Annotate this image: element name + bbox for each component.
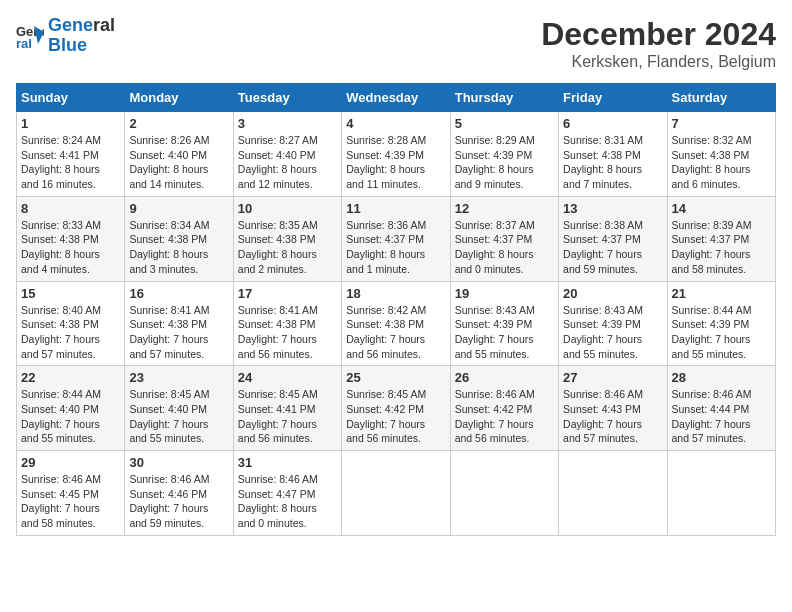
calendar-cell: 2Sunrise: 8:26 AM Sunset: 4:40 PM Daylig…	[125, 112, 233, 197]
calendar-header-row: SundayMondayTuesdayWednesdayThursdayFrid…	[17, 84, 776, 112]
calendar-cell: 25Sunrise: 8:45 AM Sunset: 4:42 PM Dayli…	[342, 366, 450, 451]
day-number: 11	[346, 201, 445, 216]
column-header-monday: Monday	[125, 84, 233, 112]
calendar-cell: 26Sunrise: 8:46 AM Sunset: 4:42 PM Dayli…	[450, 366, 558, 451]
logo: Gene ral GeneralBlue	[16, 16, 115, 56]
day-number: 23	[129, 370, 228, 385]
calendar-cell: 28Sunrise: 8:46 AM Sunset: 4:44 PM Dayli…	[667, 366, 775, 451]
day-info: Sunrise: 8:46 AM Sunset: 4:44 PM Dayligh…	[672, 387, 771, 446]
column-header-wednesday: Wednesday	[342, 84, 450, 112]
day-info: Sunrise: 8:46 AM Sunset: 4:43 PM Dayligh…	[563, 387, 662, 446]
day-info: Sunrise: 8:40 AM Sunset: 4:38 PM Dayligh…	[21, 303, 120, 362]
day-info: Sunrise: 8:33 AM Sunset: 4:38 PM Dayligh…	[21, 218, 120, 277]
day-number: 5	[455, 116, 554, 131]
day-info: Sunrise: 8:35 AM Sunset: 4:38 PM Dayligh…	[238, 218, 337, 277]
page-header: Gene ral GeneralBlue December 2024 Kerks…	[16, 16, 776, 71]
day-number: 26	[455, 370, 554, 385]
calendar-cell: 10Sunrise: 8:35 AM Sunset: 4:38 PM Dayli…	[233, 196, 341, 281]
calendar-week-row: 29Sunrise: 8:46 AM Sunset: 4:45 PM Dayli…	[17, 451, 776, 536]
day-number: 20	[563, 286, 662, 301]
day-number: 2	[129, 116, 228, 131]
svg-text:ral: ral	[16, 36, 32, 50]
day-number: 19	[455, 286, 554, 301]
day-number: 3	[238, 116, 337, 131]
page-subtitle: Kerksken, Flanders, Belgium	[541, 53, 776, 71]
day-number: 29	[21, 455, 120, 470]
calendar-cell: 5Sunrise: 8:29 AM Sunset: 4:39 PM Daylig…	[450, 112, 558, 197]
day-number: 10	[238, 201, 337, 216]
calendar-cell: 20Sunrise: 8:43 AM Sunset: 4:39 PM Dayli…	[559, 281, 667, 366]
calendar-cell: 8Sunrise: 8:33 AM Sunset: 4:38 PM Daylig…	[17, 196, 125, 281]
calendar-cell	[450, 451, 558, 536]
calendar-cell: 6Sunrise: 8:31 AM Sunset: 4:38 PM Daylig…	[559, 112, 667, 197]
calendar-table: SundayMondayTuesdayWednesdayThursdayFrid…	[16, 83, 776, 536]
logo-text: GeneralBlue	[48, 16, 115, 56]
column-header-tuesday: Tuesday	[233, 84, 341, 112]
day-number: 12	[455, 201, 554, 216]
calendar-cell: 30Sunrise: 8:46 AM Sunset: 4:46 PM Dayli…	[125, 451, 233, 536]
day-number: 27	[563, 370, 662, 385]
day-number: 15	[21, 286, 120, 301]
title-block: December 2024 Kerksken, Flanders, Belgiu…	[541, 16, 776, 71]
day-info: Sunrise: 8:45 AM Sunset: 4:42 PM Dayligh…	[346, 387, 445, 446]
calendar-cell: 31Sunrise: 8:46 AM Sunset: 4:47 PM Dayli…	[233, 451, 341, 536]
day-number: 21	[672, 286, 771, 301]
calendar-cell: 18Sunrise: 8:42 AM Sunset: 4:38 PM Dayli…	[342, 281, 450, 366]
calendar-cell: 23Sunrise: 8:45 AM Sunset: 4:40 PM Dayli…	[125, 366, 233, 451]
page-title: December 2024	[541, 16, 776, 53]
column-header-saturday: Saturday	[667, 84, 775, 112]
calendar-cell: 3Sunrise: 8:27 AM Sunset: 4:40 PM Daylig…	[233, 112, 341, 197]
calendar-cell: 27Sunrise: 8:46 AM Sunset: 4:43 PM Dayli…	[559, 366, 667, 451]
calendar-cell	[667, 451, 775, 536]
day-info: Sunrise: 8:46 AM Sunset: 4:45 PM Dayligh…	[21, 472, 120, 531]
day-number: 22	[21, 370, 120, 385]
calendar-cell: 1Sunrise: 8:24 AM Sunset: 4:41 PM Daylig…	[17, 112, 125, 197]
day-number: 9	[129, 201, 228, 216]
calendar-cell: 21Sunrise: 8:44 AM Sunset: 4:39 PM Dayli…	[667, 281, 775, 366]
day-info: Sunrise: 8:45 AM Sunset: 4:41 PM Dayligh…	[238, 387, 337, 446]
day-info: Sunrise: 8:27 AM Sunset: 4:40 PM Dayligh…	[238, 133, 337, 192]
day-number: 14	[672, 201, 771, 216]
calendar-cell: 17Sunrise: 8:41 AM Sunset: 4:38 PM Dayli…	[233, 281, 341, 366]
day-number: 16	[129, 286, 228, 301]
day-number: 30	[129, 455, 228, 470]
day-info: Sunrise: 8:38 AM Sunset: 4:37 PM Dayligh…	[563, 218, 662, 277]
day-info: Sunrise: 8:41 AM Sunset: 4:38 PM Dayligh…	[238, 303, 337, 362]
calendar-cell: 19Sunrise: 8:43 AM Sunset: 4:39 PM Dayli…	[450, 281, 558, 366]
calendar-cell: 24Sunrise: 8:45 AM Sunset: 4:41 PM Dayli…	[233, 366, 341, 451]
calendar-cell: 29Sunrise: 8:46 AM Sunset: 4:45 PM Dayli…	[17, 451, 125, 536]
calendar-cell: 7Sunrise: 8:32 AM Sunset: 4:38 PM Daylig…	[667, 112, 775, 197]
calendar-cell: 4Sunrise: 8:28 AM Sunset: 4:39 PM Daylig…	[342, 112, 450, 197]
calendar-week-row: 8Sunrise: 8:33 AM Sunset: 4:38 PM Daylig…	[17, 196, 776, 281]
day-number: 31	[238, 455, 337, 470]
day-info: Sunrise: 8:28 AM Sunset: 4:39 PM Dayligh…	[346, 133, 445, 192]
day-number: 13	[563, 201, 662, 216]
calendar-cell: 13Sunrise: 8:38 AM Sunset: 4:37 PM Dayli…	[559, 196, 667, 281]
column-header-thursday: Thursday	[450, 84, 558, 112]
calendar-cell: 22Sunrise: 8:44 AM Sunset: 4:40 PM Dayli…	[17, 366, 125, 451]
day-info: Sunrise: 8:43 AM Sunset: 4:39 PM Dayligh…	[455, 303, 554, 362]
day-number: 7	[672, 116, 771, 131]
day-info: Sunrise: 8:26 AM Sunset: 4:40 PM Dayligh…	[129, 133, 228, 192]
day-info: Sunrise: 8:42 AM Sunset: 4:38 PM Dayligh…	[346, 303, 445, 362]
day-number: 25	[346, 370, 445, 385]
day-info: Sunrise: 8:32 AM Sunset: 4:38 PM Dayligh…	[672, 133, 771, 192]
day-info: Sunrise: 8:46 AM Sunset: 4:47 PM Dayligh…	[238, 472, 337, 531]
calendar-cell: 14Sunrise: 8:39 AM Sunset: 4:37 PM Dayli…	[667, 196, 775, 281]
calendar-cell: 12Sunrise: 8:37 AM Sunset: 4:37 PM Dayli…	[450, 196, 558, 281]
day-number: 17	[238, 286, 337, 301]
day-info: Sunrise: 8:43 AM Sunset: 4:39 PM Dayligh…	[563, 303, 662, 362]
calendar-cell: 16Sunrise: 8:41 AM Sunset: 4:38 PM Dayli…	[125, 281, 233, 366]
column-header-sunday: Sunday	[17, 84, 125, 112]
logo-icon: Gene ral	[16, 22, 44, 50]
day-info: Sunrise: 8:29 AM Sunset: 4:39 PM Dayligh…	[455, 133, 554, 192]
day-info: Sunrise: 8:44 AM Sunset: 4:40 PM Dayligh…	[21, 387, 120, 446]
calendar-cell	[342, 451, 450, 536]
day-info: Sunrise: 8:37 AM Sunset: 4:37 PM Dayligh…	[455, 218, 554, 277]
day-info: Sunrise: 8:34 AM Sunset: 4:38 PM Dayligh…	[129, 218, 228, 277]
calendar-cell: 11Sunrise: 8:36 AM Sunset: 4:37 PM Dayli…	[342, 196, 450, 281]
calendar-week-row: 15Sunrise: 8:40 AM Sunset: 4:38 PM Dayli…	[17, 281, 776, 366]
calendar-cell	[559, 451, 667, 536]
day-number: 6	[563, 116, 662, 131]
day-info: Sunrise: 8:45 AM Sunset: 4:40 PM Dayligh…	[129, 387, 228, 446]
